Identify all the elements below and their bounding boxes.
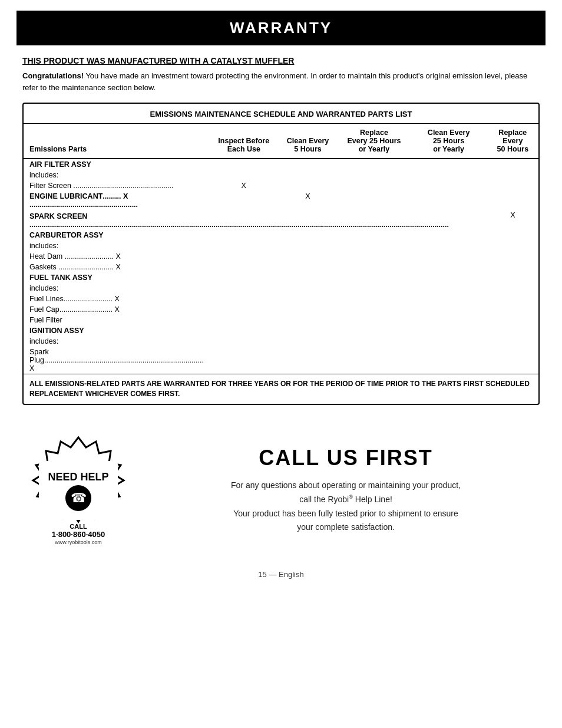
catalyst-title: THIS PRODUCT WAS MANUFACTURED WITH A CAT… — [22, 56, 540, 65]
svg-text:☎: ☎ — [71, 490, 87, 505]
table-row: Fuel Lines........................ X — [24, 294, 538, 304]
call-us-first-text: CALL US FIRST For any questions about op… — [152, 446, 540, 535]
intro-body-text: You have made an investment toward prote… — [22, 71, 527, 92]
warranty-footer-text: ALL EMISSIONS-RELATED PARTS ARE WARRANTE… — [24, 374, 538, 404]
call-line2: call the Ryobi® Help Line! — [299, 495, 392, 504]
emissions-table: Emissions Parts Inspect BeforeEach Use C… — [24, 124, 538, 404]
congratulations-text: Congratulations! — [22, 71, 84, 80]
part-air-filter: AIR FILTER ASSY — [24, 159, 207, 170]
table-row: Filter Screen ..........................… — [24, 180, 538, 191]
svg-text:www.ryobitools.com: www.ryobitools.com — [54, 539, 102, 545]
table-row: ENGINE LUBRICANT......... X ............… — [24, 191, 538, 210]
table-row: includes: — [24, 283, 538, 294]
page-footer: 15 — English — [0, 564, 562, 591]
call-line1: For any questions about operating or mai… — [231, 480, 461, 490]
table-footer-row: ALL EMISSIONS-RELATED PARTS ARE WARRANTE… — [24, 374, 538, 404]
table-header-row: Emissions Parts Inspect BeforeEach Use C… — [24, 124, 538, 159]
catalyst-intro: Congratulations! You have made an invest… — [22, 70, 540, 93]
warranty-title: WARRANTY — [16, 19, 546, 37]
table-row: AIR FILTER ASSY — [24, 159, 538, 170]
table-row: CARBURETOR ASSY — [24, 230, 538, 241]
call-line4: your complete satisfaction. — [297, 522, 395, 532]
svg-text:NEED HELP: NEED HELP — [48, 471, 108, 483]
need-help-svg: NEED HELP ☎ CALL 1·800·860·4050 www.ryob… — [22, 434, 134, 546]
table-row: Fuel Cap.......................... X — [24, 304, 538, 315]
table-row: Fuel Filter — [24, 315, 538, 325]
col-clean-5: Clean Every5 Hours — [278, 124, 336, 159]
col-clean-25: Clean Every25 Hoursor Yearly — [411, 124, 485, 159]
col-inspect: Inspect BeforeEach Use — [207, 124, 278, 159]
table-row: includes: — [24, 241, 538, 251]
need-help-badge: NEED HELP ☎ CALL 1·800·860·4050 www.ryob… — [22, 434, 134, 546]
call-us-body: For any questions about operating or mai… — [152, 479, 540, 535]
table-row: includes: — [24, 336, 538, 347]
call-us-title: CALL US FIRST — [152, 446, 540, 470]
col-replace-25: ReplaceEvery 25 Hoursor Yearly — [335, 124, 410, 159]
col-replace-50: Replace Every50 Hours — [485, 124, 538, 159]
table-row: SPARK SCREEN ...........................… — [24, 210, 538, 230]
col-emissions-parts: Emissions Parts — [24, 124, 207, 159]
svg-text:1·800·860·4050: 1·800·860·4050 — [52, 530, 105, 539]
call-us-first-section: NEED HELP ☎ CALL 1·800·860·4050 www.ryob… — [0, 423, 562, 564]
table-row: Spark Plug..............................… — [24, 347, 538, 374]
call-line3: Your product has been fully tested prior… — [233, 509, 458, 518]
emissions-table-wrapper: EMISSIONS MAINTENANCE SCHEDULE AND WARRA… — [22, 103, 540, 405]
table-row: Heat Dam ........................ X — [24, 251, 538, 262]
warranty-header-bar: WARRANTY — [16, 11, 546, 45]
emissions-table-title: EMISSIONS MAINTENANCE SCHEDULE AND WARRA… — [24, 104, 538, 124]
svg-text:CALL: CALL — [70, 523, 87, 530]
catalyst-section: THIS PRODUCT WAS MANUFACTURED WITH A CAT… — [22, 56, 540, 93]
table-row: Gaskets ........................... X — [24, 262, 538, 272]
table-row: IGNITION ASSY — [24, 325, 538, 336]
table-row: FUEL TANK ASSY — [24, 272, 538, 283]
table-row: includes: — [24, 170, 538, 180]
